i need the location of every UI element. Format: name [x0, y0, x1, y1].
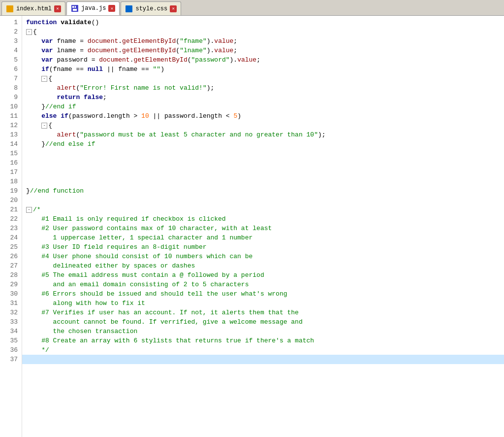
code-line-19: }//end function	[22, 186, 504, 196]
code-line-8: alert("Error! First name is not valid!")…	[22, 83, 504, 93]
code-line-21: -/*	[22, 205, 504, 214]
tab-label-index-html: index.html	[16, 5, 52, 12]
tab-bar: index.html ✕ java.js ✕ style.css	[0, 0, 504, 16]
code-line-10: }//end if	[22, 102, 504, 111]
line-num-28: 28	[0, 270, 22, 280]
code-line-5: var password = document.getElementById("…	[22, 55, 504, 65]
tab-label-style-css: style.css	[135, 5, 167, 12]
code-line-31: along with how to fix it	[22, 299, 504, 308]
line-num-12: 12	[0, 121, 22, 130]
code-line-25: #3 User ID field requires an 8-digit num…	[22, 242, 504, 252]
line-num-3: 3	[0, 36, 22, 46]
code-line-6: if(fname == null || fname == "")	[22, 65, 504, 74]
code-line-15	[22, 149, 504, 158]
code-line-14: }//end else if	[22, 139, 504, 149]
code-line-22: #1 Email is only required if checkbox is…	[22, 214, 504, 224]
code-area: 1 2 3 4 5 6 7 8 9 10 11 12 13 14 15 16 1…	[0, 16, 504, 437]
code-line-30: #6 Errors should be issued and should te…	[22, 289, 504, 299]
line-num-36: 36	[0, 345, 22, 355]
line-num-1: 1	[0, 18, 22, 27]
code-line-24: 1 uppercase letter, 1 special character …	[22, 233, 504, 242]
line-num-29: 29	[0, 280, 22, 289]
code-line-26: #4 User phone should consist of 10 numbe…	[22, 252, 504, 261]
line-num-21: 21	[0, 205, 22, 214]
fold-btn-7[interactable]: -	[41, 76, 47, 82]
line-num-11: 11	[0, 111, 22, 121]
tab-style-css[interactable]: style.css ✕	[121, 1, 181, 15]
tab-index-html[interactable]: index.html ✕	[1, 1, 65, 15]
line-num-14: 14	[0, 139, 22, 149]
line-num-23: 23	[0, 224, 22, 233]
line-num-20: 20	[0, 196, 22, 205]
code-line-9: return false;	[22, 93, 504, 102]
code-line-7: -{	[22, 74, 504, 83]
code-line-20	[22, 196, 504, 205]
line-num-27: 27	[0, 261, 22, 270]
svg-rect-2	[73, 9, 77, 11]
line-num-16: 16	[0, 158, 22, 168]
line-num-5: 5	[0, 55, 22, 65]
line-num-6: 6	[0, 65, 22, 74]
line-num-31: 31	[0, 299, 22, 308]
line-num-24: 24	[0, 233, 22, 242]
code-line-27: delineated either by spaces or dashes	[22, 261, 504, 270]
fold-btn-2[interactable]: -	[26, 29, 32, 35]
code-line-29: and an email domain consisting of 2 to 5…	[22, 280, 504, 289]
line-num-4: 4	[0, 46, 22, 55]
line-num-18: 18	[0, 177, 22, 186]
code-line-32: #7 Verifies if user has an account. If n…	[22, 308, 504, 317]
tab-java-js[interactable]: java.js ✕	[66, 1, 120, 15]
line-num-19: 19	[0, 186, 22, 196]
code-line-2: -{	[22, 27, 504, 36]
code-line-35: #8 Create an array with 6 stylists that …	[22, 336, 504, 345]
code-line-28: #5 The email address must contain a @ fo…	[22, 270, 504, 280]
svg-rect-3	[74, 6, 75, 8]
code-line-1: function validate()	[22, 18, 504, 27]
line-num-2: 2	[0, 27, 22, 36]
line-num-9: 9	[0, 93, 22, 102]
line-num-22: 22	[0, 214, 22, 224]
line-num-30: 30	[0, 289, 22, 299]
html-file-icon	[6, 5, 14, 13]
line-num-8: 8	[0, 83, 22, 93]
fold-btn-21[interactable]: -	[26, 207, 32, 213]
tab-close-index-html[interactable]: ✕	[54, 5, 61, 12]
line-num-26: 26	[0, 252, 22, 261]
code-line-37	[22, 355, 504, 364]
code-line-33: account cannot be found. If verrified, g…	[22, 317, 504, 327]
line-num-37: 37	[0, 355, 22, 364]
line-num-7: 7	[0, 74, 22, 83]
code-line-16	[22, 158, 504, 168]
code-line-17	[22, 168, 504, 177]
line-num-25: 25	[0, 242, 22, 252]
fold-btn-12[interactable]: -	[41, 123, 47, 129]
tab-close-java-js[interactable]: ✕	[108, 5, 115, 12]
tab-label-java-js: java.js	[81, 5, 106, 12]
line-num-17: 17	[0, 168, 22, 177]
tab-close-style-css[interactable]: ✕	[170, 5, 177, 12]
code-line-3: var fname = document.getElementById("fna…	[22, 36, 504, 46]
line-num-32: 32	[0, 308, 22, 317]
code-editor[interactable]: function validate() -{ var fname = docum…	[22, 16, 504, 437]
code-line-18	[22, 177, 504, 186]
css-file-icon	[125, 5, 133, 13]
js-file-icon-save	[71, 4, 79, 12]
line-num-35: 35	[0, 336, 22, 345]
code-line-34: the chosen transaction	[22, 327, 504, 336]
line-num-13: 13	[0, 130, 22, 139]
line-num-10: 10	[0, 102, 22, 111]
code-line-12: -{	[22, 121, 504, 130]
code-line-23: #2 User password contains max of 10 char…	[22, 224, 504, 233]
line-num-15: 15	[0, 149, 22, 158]
code-line-11: else if(password.length > 10 || password…	[22, 111, 504, 121]
line-num-33: 33	[0, 317, 22, 327]
code-line-13: alert("password must be at least 5 chara…	[22, 130, 504, 139]
code-line-4: var lname = document.getElementById("lna…	[22, 46, 504, 55]
line-numbers: 1 2 3 4 5 6 7 8 9 10 11 12 13 14 15 16 1…	[0, 16, 22, 437]
editor-container: index.html ✕ java.js ✕ style.css	[0, 0, 504, 437]
code-line-36: */	[22, 345, 504, 355]
line-num-34: 34	[0, 327, 22, 336]
